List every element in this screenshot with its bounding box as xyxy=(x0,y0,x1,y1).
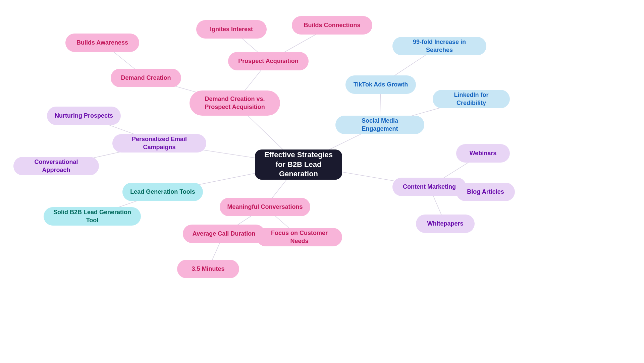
node-linkedin: LinkedIn for Credibility xyxy=(433,90,510,108)
node-ignites-interest: Ignites Interest xyxy=(196,20,267,39)
node-center: Effective Strategies for B2B Lead Genera… xyxy=(255,149,342,180)
mindmap-container: Effective Strategies for B2B Lead Genera… xyxy=(0,0,644,363)
node-meaningful-conversations: Meaningful Conversations xyxy=(220,198,310,216)
node-solid-b2b: Solid B2B Lead Generation Tool xyxy=(44,207,141,226)
node-tiktok-ads: TikTok Ads Growth xyxy=(345,75,416,94)
node-builds-awareness: Builds Awareness xyxy=(65,34,139,52)
node-content-marketing: Content Marketing xyxy=(392,178,466,196)
node-conversational-approach: Conversational Approach xyxy=(13,157,99,175)
node-lead-gen-tools: Lead Generation Tools xyxy=(122,183,203,201)
node-average-call-duration: Average Call Duration xyxy=(183,225,265,243)
node-whitepapers: Whitepapers xyxy=(416,215,475,233)
node-builds-connections: Builds Connections xyxy=(292,16,372,35)
node-prospect-acquisition: Prospect Acquisition xyxy=(228,52,309,70)
node-99-fold: 99-fold Increase in Searches xyxy=(392,37,486,55)
node-personalized-email: Personalized Email Campaigns xyxy=(112,134,206,153)
node-demand-creation: Demand Creation xyxy=(111,69,181,87)
node-blog-articles: Blog Articles xyxy=(456,183,515,201)
node-webinars: Webinars xyxy=(456,144,510,163)
node-nurturing-prospects: Nurturing Prospects xyxy=(47,107,121,125)
node-focus-customer-needs: Focus on Customer Needs xyxy=(257,228,342,246)
connections-svg xyxy=(0,0,644,363)
node-demand-creation-vs: Demand Creation vs. Prospect Acquisition xyxy=(190,90,280,116)
node-3-5-minutes: 3.5 Minutes xyxy=(177,260,239,278)
node-social-media-engagement: Social Media Engagement xyxy=(335,116,424,134)
